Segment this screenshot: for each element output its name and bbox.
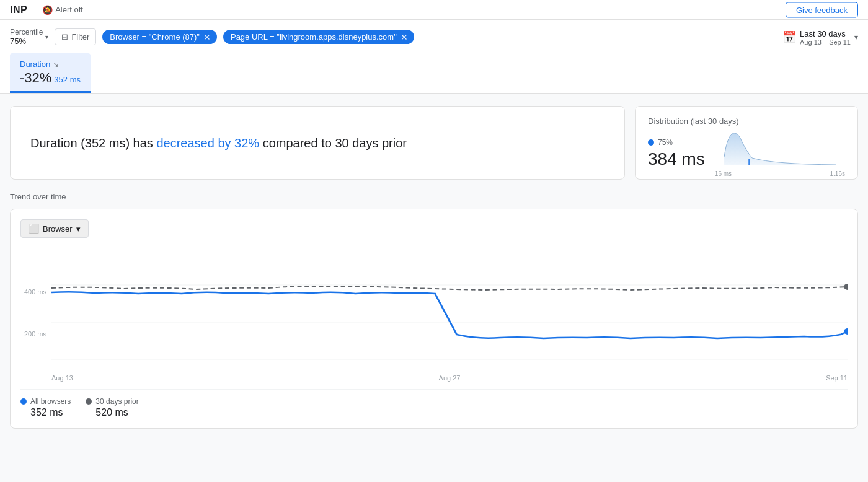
legend-prior-value: 520 ms (86, 407, 138, 418)
pageurl-filter-close[interactable]: ✕ (401, 33, 408, 42)
x-label-sep11: Sep 11 (826, 374, 848, 382)
x-label-aug13: Aug 13 (51, 374, 73, 382)
trend-arrow: ↘ (53, 60, 59, 69)
date-range-label: Last 30 days (800, 29, 846, 38)
distribution-body: 75% 384 ms (648, 132, 845, 169)
trend-chart-svg (51, 248, 848, 372)
filter-bar: Percentile 75% ▾ ⊟ Filter Browser = "Chr… (0, 20, 868, 53)
dist-value: 384 ms (648, 149, 705, 169)
legend-prior-label: 30 days prior (86, 397, 138, 406)
insight-highlight: decreased by 32% (156, 136, 259, 150)
bell-off-icon: 🔕 (42, 5, 53, 15)
browser-dropdown[interactable]: ⬜ Browser ▾ (20, 219, 89, 238)
legend-30-days-prior: 30 days prior 520 ms (86, 397, 138, 418)
chart-with-yaxis: 400 ms 200 ms (20, 248, 848, 372)
percentile-value: 75% (10, 37, 43, 46)
filter-button[interactable]: ⊟ Filter (55, 28, 96, 45)
dist-legend: 75% (648, 138, 705, 147)
dist-x-min: 16 ms (715, 170, 732, 177)
legend-all-browsers-label: All browsers (20, 397, 71, 406)
tab-duration[interactable]: Duration ↘ -32% 352 ms (10, 53, 91, 93)
metric-tabs: Duration ↘ -32% 352 ms (0, 53, 868, 93)
legend-all-browsers-value: 352 ms (20, 407, 71, 418)
dist-chart-labels: 16 ms 1.16s (715, 170, 845, 177)
dist-legend-label: 75% (658, 138, 673, 147)
filter-icon: ⊟ (61, 32, 68, 42)
date-range-control[interactable]: 📅 Last 30 days Aug 13 – Sep 11 ▾ (782, 28, 858, 46)
alert-off-label: Alert off (55, 5, 83, 14)
alert-off-button[interactable]: 🔕 Alert off (37, 2, 88, 17)
insight-before: Duration (352 ms) has (30, 136, 156, 150)
y-label-400: 400 ms (24, 288, 46, 296)
chart-legend: All browsers 352 ms 30 days prior 520 ms (20, 389, 848, 418)
legend-all-browsers: All browsers 352 ms (20, 397, 71, 418)
chevron-down-icon: ▾ (45, 33, 48, 40)
y-label-200: 200 ms (24, 330, 46, 338)
dist-x-max: 1.16s (830, 170, 845, 177)
top-bar: INP 🔕 Alert off Give feedback (0, 0, 868, 20)
chart-x-labels: Aug 13 Aug 27 Sep 11 (20, 374, 848, 382)
dist-chart: 16 ms 1.16s (715, 132, 845, 169)
chart-container: 400 ms 200 ms (20, 248, 848, 382)
distribution-title: Distribution (last 30 days) (648, 116, 845, 126)
insight-card: Duration (352 ms) has decreased by 32% c… (10, 106, 625, 180)
pageurl-filter-chip[interactable]: Page URL = "livingroom.apps.disneyplus.c… (223, 30, 414, 44)
dist-info: 75% 384 ms (648, 138, 705, 169)
x-label-aug27: Aug 27 (439, 374, 461, 382)
legend-all-browsers-text: All browsers (30, 397, 71, 406)
trend-section: Trend over time ⬜ Browser ▾ 400 ms 200 m… (10, 192, 858, 429)
browser-dropdown-label: Browser (43, 224, 73, 234)
main-content: Duration (352 ms) has decreased by 32% c… (0, 94, 868, 441)
dist-chart-svg (715, 132, 845, 166)
trend-title: Trend over time (10, 192, 858, 201)
legend-dark-dot (86, 398, 92, 405)
summary-row: Duration (352 ms) has decreased by 32% c… (10, 106, 858, 180)
calendar-icon: 📅 (782, 30, 796, 44)
percentile-label: Percentile (10, 28, 43, 37)
chevron-down-icon: ▾ (76, 224, 81, 234)
chevron-down-icon: ▾ (854, 33, 858, 42)
pageurl-filter-label: Page URL = "livingroom.apps.disneyplus.c… (231, 32, 397, 42)
legend-prior-text: 30 days prior (95, 397, 138, 406)
distribution-card: Distribution (last 30 days) 75% 384 ms (635, 106, 858, 180)
browser-filter-label: Browser = "Chrome (87)" (110, 32, 200, 42)
chart-y-axis: 400 ms 200 ms (20, 248, 51, 372)
percentile-control[interactable]: Percentile 75% ▾ (10, 28, 48, 46)
browser-icon: ⬜ (29, 224, 39, 234)
date-range-sub: Aug 13 – Sep 11 (800, 38, 851, 46)
filter-button-label: Filter (71, 32, 89, 42)
page-title: INP (10, 4, 27, 15)
dist-dot (648, 139, 654, 146)
trend-card: ⬜ Browser ▾ 400 ms 200 ms (10, 209, 858, 429)
legend-blue-dot (20, 398, 27, 405)
browser-filter-close[interactable]: ✕ (203, 33, 211, 42)
tab-change: -32% (20, 70, 51, 86)
tab-value: 352 ms (54, 75, 81, 84)
browser-filter-chip[interactable]: Browser = "Chrome (87)" ✕ (102, 30, 217, 44)
insight-after: compared to 30 days prior (259, 136, 407, 150)
tab-label: Duration (20, 59, 50, 69)
insight-text: Duration (352 ms) has decreased by 32% c… (30, 134, 407, 152)
give-feedback-button[interactable]: Give feedback (786, 2, 858, 17)
